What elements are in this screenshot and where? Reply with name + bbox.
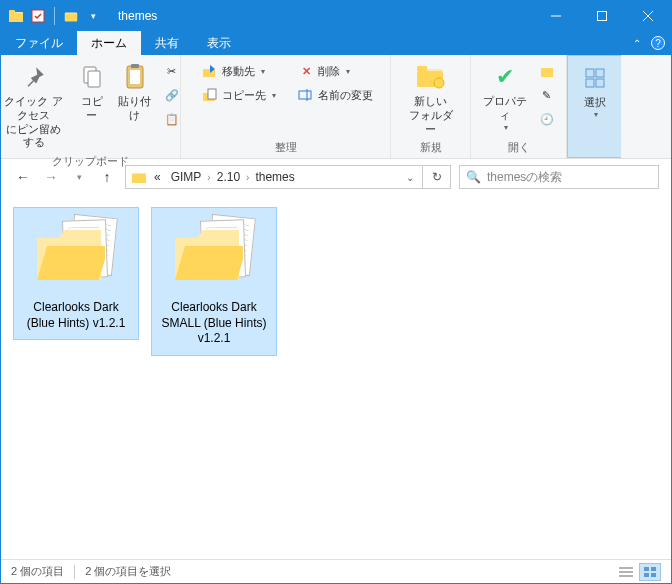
- address-dropdown[interactable]: ⌄: [402, 172, 418, 183]
- refresh-button[interactable]: ↻: [423, 165, 451, 189]
- item-name: Clearlooks Dark (Blue Hints) v1.2.1: [18, 300, 134, 331]
- history-icon: 🕘: [539, 111, 555, 127]
- rename-icon: [298, 87, 314, 103]
- copypath-button[interactable]: 🔗: [162, 83, 182, 107]
- qat-save-icon[interactable]: [29, 7, 47, 25]
- folder-item[interactable]: Clearlooks Dark SMALL (Blue Hints) v1.2.…: [151, 207, 277, 356]
- chevron-down-icon: ▾: [504, 123, 508, 133]
- paste-label: 貼り付け: [118, 95, 152, 123]
- newfolder-label: 新しい フォルダー: [405, 95, 457, 136]
- path-icon: 🔗: [164, 87, 180, 103]
- chevron-right-icon[interactable]: ›: [246, 172, 249, 183]
- icons-view-button[interactable]: [639, 563, 661, 581]
- svg-rect-1: [9, 10, 15, 13]
- svg-rect-18: [299, 91, 311, 99]
- breadcrumb-210[interactable]: 2.10: [213, 170, 244, 184]
- folder-icon-small[interactable]: [62, 7, 80, 25]
- status-count: 2 個の項目: [11, 564, 64, 579]
- copy-button[interactable]: コピー: [72, 59, 112, 125]
- tab-home[interactable]: ホーム: [77, 31, 141, 55]
- search-input[interactable]: 🔍 themesの検索: [459, 165, 659, 189]
- svg-point-23: [434, 78, 444, 88]
- svg-rect-5: [65, 13, 77, 21]
- newfolder-button[interactable]: 新しい フォルダー: [399, 59, 463, 138]
- copyto-button[interactable]: コピー先▾: [200, 83, 278, 107]
- svg-rect-11: [88, 71, 100, 87]
- chevron-down-icon: ▾: [594, 110, 598, 120]
- organize-group-label: 整理: [275, 138, 297, 158]
- chevron-down-icon: ▾: [346, 67, 350, 76]
- qat-dropdown[interactable]: ▾: [84, 7, 102, 25]
- select-icon: [579, 62, 611, 94]
- back-button[interactable]: ←: [13, 167, 33, 187]
- svg-rect-36: [644, 573, 649, 577]
- svg-rect-24: [541, 68, 553, 77]
- window-title: themes: [108, 9, 533, 23]
- pin-quickaccess-button[interactable]: クイック アクセス にピン留めする: [0, 59, 72, 152]
- separator: [54, 7, 55, 25]
- svg-rect-7: [598, 12, 607, 21]
- shortcut-icon: 📋: [164, 111, 180, 127]
- paste-icon: [119, 61, 151, 93]
- chevron-right-icon[interactable]: ›: [207, 172, 210, 183]
- help-icon[interactable]: ?: [651, 36, 665, 50]
- address-bar[interactable]: « GIMP › 2.10 › themes ⌄: [125, 165, 423, 189]
- close-button[interactable]: [625, 1, 671, 31]
- svg-rect-13: [131, 64, 139, 68]
- details-view-button[interactable]: [615, 563, 637, 581]
- svg-rect-26: [596, 69, 604, 77]
- item-name: Clearlooks Dark SMALL (Blue Hints) v1.2.…: [156, 300, 272, 347]
- properties-button[interactable]: ✔ プロパティ ▾: [477, 59, 533, 135]
- up-button[interactable]: ↑: [97, 167, 117, 187]
- rename-label: 名前の変更: [318, 88, 373, 103]
- open-icon: [539, 63, 555, 79]
- search-placeholder: themesの検索: [487, 169, 562, 186]
- open-group-label: 開く: [508, 138, 530, 158]
- svg-rect-17: [208, 89, 216, 99]
- moveto-label: 移動先: [222, 64, 255, 79]
- file-tab[interactable]: ファイル: [1, 31, 77, 55]
- svg-rect-14: [130, 70, 140, 84]
- moveto-button[interactable]: 移動先▾: [200, 59, 278, 83]
- properties-label: プロパティ: [483, 95, 527, 123]
- delete-label: 削除: [318, 64, 340, 79]
- select-button[interactable]: 選択 ▾: [570, 60, 620, 122]
- forward-button[interactable]: →: [41, 167, 61, 187]
- edit-button[interactable]: ✎: [537, 83, 557, 107]
- edit-icon: ✎: [539, 87, 555, 103]
- tab-view[interactable]: 表示: [193, 31, 245, 55]
- folder-icon: [130, 168, 148, 186]
- svg-rect-37: [651, 573, 656, 577]
- folder-icon: [7, 7, 25, 25]
- tab-share[interactable]: 共有: [141, 31, 193, 55]
- pasteshortcut-button[interactable]: 📋: [162, 107, 182, 131]
- svg-rect-27: [586, 79, 594, 87]
- folder-item[interactable]: Clearlooks Dark (Blue Hints) v1.2.1: [13, 207, 139, 340]
- cut-button[interactable]: ✂: [162, 59, 182, 83]
- file-list[interactable]: Clearlooks Dark (Blue Hints) v1.2.1 Clea…: [1, 195, 671, 559]
- svg-rect-35: [651, 567, 656, 571]
- recent-dropdown[interactable]: ▾: [69, 167, 89, 187]
- svg-rect-34: [644, 567, 649, 571]
- scissors-icon: ✂: [164, 63, 180, 79]
- minimize-button[interactable]: [533, 1, 579, 31]
- maximize-button[interactable]: [579, 1, 625, 31]
- delete-icon: ✕: [298, 63, 314, 79]
- history-button[interactable]: 🕘: [537, 107, 557, 131]
- breadcrumb-prefix[interactable]: «: [150, 170, 165, 184]
- breadcrumb-themes[interactable]: themes: [251, 170, 298, 184]
- open-button[interactable]: [537, 59, 557, 83]
- paste-button[interactable]: 貼り付け: [112, 59, 158, 125]
- separator: [74, 565, 75, 579]
- rename-button[interactable]: 名前の変更: [296, 83, 375, 107]
- svg-rect-2: [9, 13, 23, 22]
- breadcrumb-gimp[interactable]: GIMP: [167, 170, 206, 184]
- copy-label: コピー: [78, 95, 106, 123]
- delete-button[interactable]: ✕ 削除▾: [296, 59, 375, 83]
- svg-rect-25: [586, 69, 594, 77]
- search-icon: 🔍: [466, 170, 481, 184]
- ribbon-collapse-icon[interactable]: ⌃: [631, 36, 643, 51]
- newfolder-icon: [415, 61, 447, 93]
- pin-icon: [18, 61, 50, 93]
- pin-label: クイック アクセス にピン留めする: [2, 95, 66, 150]
